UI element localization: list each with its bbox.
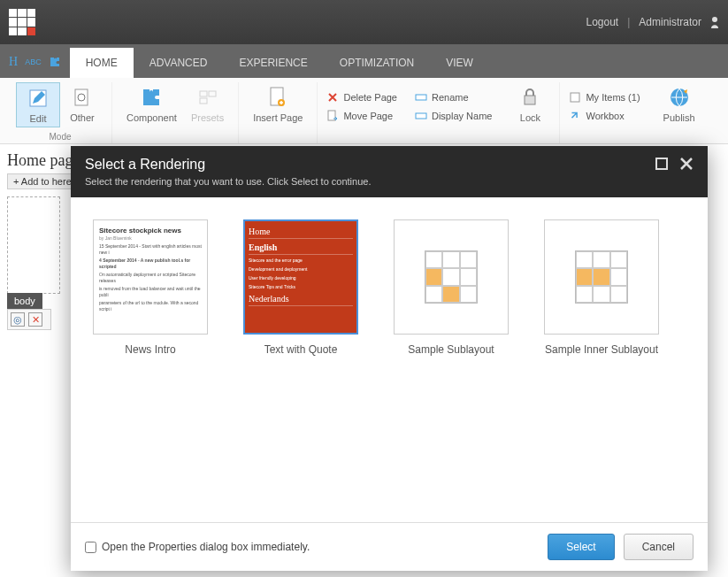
thumb-quote: Home English Sitecore and the error page… bbox=[245, 221, 356, 333]
move-icon bbox=[326, 110, 339, 122]
lock-icon bbox=[517, 85, 542, 110]
insert-page-label: Insert Page bbox=[253, 112, 303, 123]
tab-advanced[interactable]: ADVANCED bbox=[134, 48, 224, 78]
presets-icon bbox=[195, 85, 220, 110]
edit-icon bbox=[26, 86, 50, 111]
component-button[interactable]: Component bbox=[119, 82, 184, 126]
rendering-sample-inner-sublayout[interactable]: Sample Inner Sublayout bbox=[535, 219, 668, 356]
insert-page-button[interactable]: Insert Page bbox=[246, 82, 310, 126]
app-logo bbox=[9, 9, 35, 35]
rendering-label: News Intro bbox=[125, 343, 175, 356]
rendering-label: Sample Inner Sublayout bbox=[545, 343, 658, 356]
rename-label: Rename bbox=[432, 92, 469, 103]
my-items-button[interactable]: My Items (1) bbox=[567, 89, 641, 105]
logout-link[interactable]: Logout bbox=[586, 16, 618, 28]
open-properties-label: Open the Properties dialog box immediate… bbox=[102, 541, 310, 553]
svg-rect-11 bbox=[416, 113, 426, 119]
user-icon bbox=[710, 16, 719, 28]
puzzle-icon bbox=[139, 85, 164, 110]
svg-rect-4 bbox=[200, 91, 207, 96]
body-tag-indicator: body bbox=[7, 293, 42, 309]
app-header: Logout | Administrator bbox=[0, 0, 728, 44]
dialog-body: Sitecore stockpick news by Jan Bluemink … bbox=[71, 197, 708, 522]
rendering-label: Sample Sublayout bbox=[408, 343, 494, 356]
canvas-placeholder bbox=[7, 196, 60, 294]
svg-rect-13 bbox=[571, 93, 579, 102]
svg-point-0 bbox=[712, 17, 717, 22]
mini-toolbar: ◎ ✕ bbox=[7, 309, 51, 330]
delete-icon bbox=[326, 91, 339, 104]
tab-icon-abc[interactable]: ABC bbox=[25, 58, 42, 66]
move-page-label: Move Page bbox=[343, 111, 393, 121]
main-tabs: H ABC HOME ADVANCED EXPERIENCE OPTIMIZAT… bbox=[0, 44, 728, 78]
presets-label: Presets bbox=[191, 112, 224, 123]
thumb-grid-1 bbox=[425, 250, 478, 304]
delete-page-button[interactable]: Delete Page bbox=[325, 89, 399, 105]
mode-group-label: Mode bbox=[49, 132, 71, 143]
tab-view[interactable]: VIEW bbox=[430, 48, 489, 78]
workbox-icon bbox=[569, 110, 581, 122]
add-to-here-button[interactable]: + Add to here bbox=[7, 173, 78, 189]
other-label: Other bbox=[70, 112, 95, 123]
insert-page-icon bbox=[265, 85, 290, 110]
tab-home[interactable]: HOME bbox=[70, 48, 134, 78]
svg-rect-10 bbox=[416, 95, 426, 100]
move-page-button[interactable]: Move Page bbox=[325, 108, 399, 124]
edit-button[interactable]: Edit bbox=[16, 82, 60, 127]
tab-optimization[interactable]: OPTIMIZATION bbox=[324, 48, 430, 78]
publish-button[interactable]: Publish bbox=[656, 82, 702, 126]
svg-rect-15 bbox=[656, 158, 667, 169]
rendering-news-intro[interactable]: Sitecore stockpick news by Jan Bluemink … bbox=[84, 219, 217, 356]
delete-page-label: Delete Page bbox=[343, 92, 397, 103]
dialog-subtitle: Select the rendering that you want to us… bbox=[85, 176, 371, 187]
cancel-button[interactable]: Cancel bbox=[624, 534, 694, 560]
publish-icon bbox=[667, 85, 692, 110]
rendering-text-with-quote[interactable]: Home English Sitecore and the error page… bbox=[234, 219, 367, 356]
svg-rect-2 bbox=[75, 89, 88, 105]
dialog-header: Select a Rendering Select the rendering … bbox=[71, 146, 708, 197]
thumb-grid-2 bbox=[575, 250, 628, 304]
other-button[interactable]: Other bbox=[60, 82, 104, 127]
close-icon[interactable] bbox=[679, 157, 694, 171]
tab-experience[interactable]: EXPERIENCE bbox=[223, 48, 323, 78]
display-name-label: Display Name bbox=[432, 111, 492, 121]
separator: | bbox=[627, 16, 630, 28]
rename-icon bbox=[415, 91, 427, 104]
rename-button[interactable]: Rename bbox=[413, 89, 494, 105]
lock-label: Lock bbox=[520, 112, 540, 123]
thumb-news: Sitecore stockpick news by Jan Bluemink … bbox=[94, 220, 207, 334]
other-icon bbox=[70, 85, 95, 110]
dialog-footer: Open the Properties dialog box immediate… bbox=[71, 522, 708, 571]
publish-label: Publish bbox=[663, 112, 695, 123]
select-button[interactable]: Select bbox=[548, 534, 614, 560]
tab-icon-puzzle[interactable] bbox=[49, 56, 61, 68]
workbox-label: Workbox bbox=[586, 111, 624, 121]
mini-delete-icon[interactable]: ✕ bbox=[28, 312, 42, 327]
rendering-label: Text with Quote bbox=[264, 343, 338, 356]
rendering-sample-sublayout[interactable]: Sample Sublayout bbox=[385, 219, 517, 356]
workbox-button[interactable]: Workbox bbox=[567, 108, 641, 124]
mini-target-icon[interactable]: ◎ bbox=[11, 312, 25, 327]
display-name-button[interactable]: Display Name bbox=[413, 108, 494, 124]
svg-rect-12 bbox=[525, 96, 535, 104]
my-items-label: My Items (1) bbox=[586, 92, 640, 103]
dialog-title: Select a Rendering bbox=[85, 157, 371, 173]
open-properties-checkbox-row[interactable]: Open the Properties dialog box immediate… bbox=[85, 541, 310, 553]
my-items-icon bbox=[569, 91, 581, 104]
display-name-icon bbox=[415, 110, 427, 122]
edit-label: Edit bbox=[30, 113, 47, 124]
tab-icon-h[interactable]: H bbox=[9, 55, 18, 69]
svg-rect-5 bbox=[209, 91, 216, 96]
lock-button[interactable]: Lock bbox=[508, 82, 552, 126]
svg-rect-6 bbox=[200, 98, 207, 104]
ribbon: Edit Other Mode Component bbox=[0, 78, 728, 144]
presets-button: Presets bbox=[184, 82, 231, 126]
component-label: Component bbox=[126, 112, 177, 123]
user-link[interactable]: Administrator bbox=[639, 16, 701, 28]
maximize-icon[interactable] bbox=[655, 157, 669, 171]
select-rendering-dialog: Select a Rendering Select the rendering … bbox=[71, 146, 708, 571]
open-properties-checkbox[interactable] bbox=[85, 542, 96, 553]
